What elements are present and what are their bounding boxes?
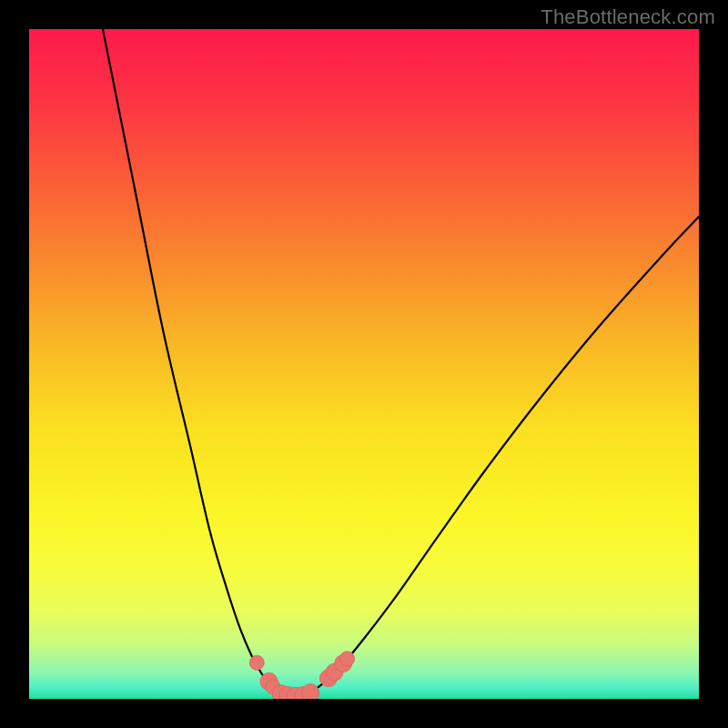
curve-marker	[340, 652, 355, 666]
curve-layer	[29, 29, 699, 699]
curve-marker	[249, 655, 264, 670]
curve-marker	[302, 683, 319, 699]
chart-frame: TheBottleneck.com	[0, 0, 728, 728]
bottleneck-curve	[103, 29, 699, 696]
watermark-text: TheBottleneck.com	[541, 5, 715, 29]
curve-markers	[249, 652, 355, 699]
plot-area	[29, 29, 699, 699]
